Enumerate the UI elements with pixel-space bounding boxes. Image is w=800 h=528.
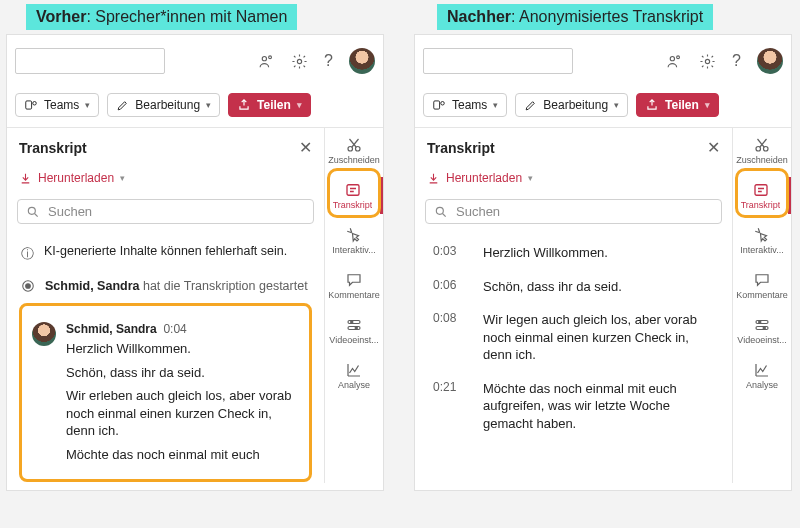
transcript-search-input[interactable]: Suchen: [425, 199, 722, 224]
svg-rect-24: [756, 321, 768, 324]
chevron-down-icon: ▾: [614, 100, 619, 110]
ai-notice: ⓘ KI-generierte Inhalte können fehlerhaf…: [17, 236, 314, 271]
svg-point-5: [28, 207, 35, 214]
chevron-down-icon: ▾: [705, 100, 710, 110]
rail-video[interactable]: Videoeinst...: [733, 312, 791, 349]
edit-button[interactable]: Bearbeitung▾: [515, 93, 628, 117]
download-button[interactable]: Herunterladen ▾: [415, 167, 732, 195]
before-tag: Vorher: Sprecher*innen mit Namen: [26, 4, 297, 30]
teams-button[interactable]: Teams▾: [423, 93, 507, 117]
download-button[interactable]: Herunterladen ▾: [7, 167, 324, 195]
chevron-down-icon: ▾: [493, 100, 498, 110]
rail-video[interactable]: Videoeinst...: [325, 312, 383, 349]
help-icon[interactable]: ?: [732, 52, 741, 70]
transcript-row: 0:06 Schön, dass ihr da seid.: [425, 270, 722, 304]
chevron-down-icon: ▾: [206, 100, 211, 110]
transcript-header: Transkript ✕: [415, 128, 732, 167]
rail-interactive[interactable]: Interaktiv...: [325, 222, 383, 259]
svg-point-4: [33, 102, 37, 106]
info-icon: ⓘ: [21, 246, 34, 263]
highlight-message: Schmid, Sandra 0:04 Herzlich Willkommen.…: [19, 303, 312, 482]
rail-analyse[interactable]: Analyse: [733, 357, 791, 394]
chevron-down-icon: ▾: [120, 173, 125, 183]
svg-point-7: [26, 284, 31, 289]
share-button[interactable]: Teilen▾: [636, 93, 719, 117]
chevron-down-icon: ▾: [297, 100, 302, 110]
rail-comments[interactable]: Kommentare: [325, 267, 383, 304]
svg-point-2: [297, 59, 301, 63]
command-bar: Teams▾ Bearbeitung▾ Teilen▾: [415, 87, 791, 128]
transcription-started: Schmid, Sandra hat die Transkription ges…: [17, 271, 314, 301]
svg-rect-12: [348, 327, 360, 330]
svg-point-19: [441, 102, 445, 106]
transcript-line: Herzlich Willkommen.: [66, 340, 299, 358]
rail-transcript[interactable]: Transkript: [733, 177, 791, 214]
avatar[interactable]: [757, 48, 783, 74]
people-icon[interactable]: [258, 53, 275, 70]
svg-point-26: [759, 321, 761, 323]
record-icon: [21, 279, 35, 293]
svg-point-0: [262, 56, 266, 60]
rail-cut[interactable]: Zuschneiden: [733, 132, 791, 169]
right-rail: Zuschneiden Transkript Interaktiv... Kom…: [733, 128, 791, 483]
svg-point-17: [705, 59, 709, 63]
transcript-text: Herzlich Willkommen.: [483, 244, 608, 262]
svg-point-13: [351, 321, 353, 323]
svg-rect-10: [347, 185, 359, 196]
rail-interactive[interactable]: Interaktiv...: [733, 222, 791, 259]
transcript-line: Wir erleben auch gleich los, aber vorab …: [66, 387, 299, 440]
svg-point-16: [677, 55, 680, 58]
timestamp: 0:08: [433, 311, 467, 364]
close-icon[interactable]: ✕: [299, 138, 312, 157]
svg-point-1: [269, 55, 272, 58]
rail-cut[interactable]: Zuschneiden: [325, 132, 383, 169]
timestamp: 0:06: [433, 278, 467, 296]
edit-button[interactable]: Bearbeitung▾: [107, 93, 220, 117]
global-search-input[interactable]: [15, 48, 165, 74]
share-button[interactable]: Teilen▾: [228, 93, 311, 117]
transcript-row: 0:08 Wir legen auch gleich los, aber vor…: [425, 303, 722, 372]
transcript-row: 0:21 Möchte das noch einmal mit euch auf…: [425, 372, 722, 441]
rail-analyse[interactable]: Analyse: [325, 357, 383, 394]
message-meta: Schmid, Sandra 0:04: [66, 322, 299, 336]
svg-rect-18: [434, 101, 440, 109]
chevron-down-icon: ▾: [528, 173, 533, 183]
svg-point-27: [763, 327, 765, 329]
transcript-row: 0:03 Herzlich Willkommen.: [425, 236, 722, 270]
gear-icon[interactable]: [699, 53, 716, 70]
gear-icon[interactable]: [291, 53, 308, 70]
transcript-header: Transkript ✕: [7, 128, 324, 167]
rail-comments[interactable]: Kommentare: [733, 267, 791, 304]
svg-point-20: [436, 207, 443, 214]
svg-point-14: [355, 327, 357, 329]
svg-rect-23: [755, 185, 767, 196]
global-search-input[interactable]: [423, 48, 573, 74]
transcript-message: Schmid, Sandra 0:04 Herzlich Willkommen.…: [28, 312, 303, 479]
transcript-text: Wir legen auch gleich los, aber vorab no…: [483, 311, 714, 364]
panel-after: ? Teams▾ Bearbeitung▾ Teilen▾ Transkript…: [414, 34, 792, 491]
svg-rect-25: [756, 327, 768, 330]
chevron-down-icon: ▾: [85, 100, 90, 110]
transcript-line: Schön, dass ihr da seid.: [66, 364, 299, 382]
svg-rect-3: [26, 101, 32, 109]
panel-before: ? Teams▾ Bearbeitung▾ Teilen▾ Transkript…: [6, 34, 384, 491]
transcript-search-input[interactable]: Suchen: [17, 199, 314, 224]
avatar: [32, 322, 56, 346]
topbar: ?: [7, 35, 383, 87]
svg-point-15: [670, 56, 674, 60]
transcript-text: Möchte das noch einmal mit euch aufgreif…: [483, 380, 714, 433]
avatar[interactable]: [349, 48, 375, 74]
timestamp: 0:21: [433, 380, 467, 433]
transcript-text: Schön, dass ihr da seid.: [483, 278, 622, 296]
topbar: ?: [415, 35, 791, 87]
svg-rect-11: [348, 321, 360, 324]
timestamp: 0:03: [433, 244, 467, 262]
rail-transcript[interactable]: Transkript: [325, 177, 383, 214]
right-rail: Zuschneiden Transkript Interaktiv... Kom…: [325, 128, 383, 483]
teams-button[interactable]: Teams▾: [15, 93, 99, 117]
people-icon[interactable]: [666, 53, 683, 70]
close-icon[interactable]: ✕: [707, 138, 720, 157]
after-tag: Nachher: Anonymisiertes Transkript: [437, 4, 713, 30]
transcript-line: Möchte das noch einmal mit euch: [66, 446, 299, 464]
help-icon[interactable]: ?: [324, 52, 333, 70]
